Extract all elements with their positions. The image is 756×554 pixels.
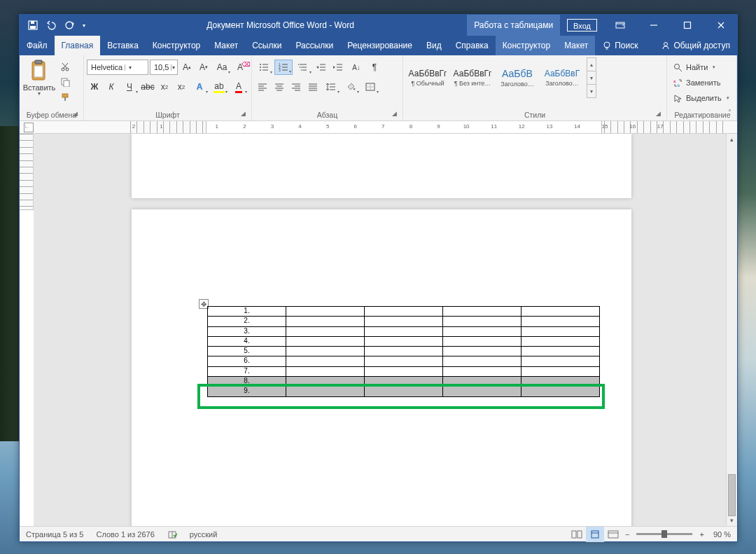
horizontal-ruler[interactable]: ∟ 211234567891011121314151617 <box>20 121 737 134</box>
table-cell[interactable] <box>365 377 443 387</box>
numbering-button[interactable]: 123▾ <box>274 60 293 75</box>
grow-font-button[interactable]: A▴ <box>179 60 195 75</box>
tab-help[interactable]: Справка <box>449 36 496 55</box>
table-row[interactable]: 8. <box>208 377 600 387</box>
bullets-button[interactable]: ▾ <box>255 60 273 75</box>
style-heading2[interactable]: АаБбВвГЗаголово… <box>540 57 584 98</box>
table-cell[interactable] <box>522 326 600 336</box>
table-row[interactable]: 2. <box>208 317 600 326</box>
align-left-button[interactable] <box>255 79 270 95</box>
shrink-font-button[interactable]: A▾ <box>196 60 211 75</box>
minimize-button[interactable] <box>638 15 670 36</box>
font-size-combo[interactable]: 10,5▾ <box>150 60 178 75</box>
table-cell[interactable] <box>443 387 522 396</box>
zoom-in-button[interactable]: + <box>696 527 706 541</box>
tab-references[interactable]: Ссылки <box>245 36 288 55</box>
format-painter-button[interactable] <box>57 91 73 104</box>
style-heading1[interactable]: АаБбВЗаголово… <box>496 57 539 98</box>
page-indicator[interactable]: Страница 5 из 5 <box>20 527 90 541</box>
table-row[interactable]: 5. <box>208 347 600 356</box>
share-button[interactable]: Общий доступ <box>654 36 737 55</box>
table-cell[interactable] <box>286 317 365 326</box>
print-layout-button[interactable] <box>586 527 604 542</box>
save-button[interactable] <box>25 18 41 33</box>
shading-button[interactable]: ▾ <box>342 79 360 95</box>
table-row[interactable]: 4. <box>208 336 600 346</box>
decrease-indent-button[interactable] <box>314 60 329 75</box>
tab-selector[interactable]: ∟ <box>24 123 34 132</box>
align-right-button[interactable] <box>288 79 304 95</box>
sort-button[interactable]: A↓ <box>347 60 365 75</box>
find-button[interactable]: Найти▾ <box>671 60 718 74</box>
table-cell[interactable] <box>286 326 365 336</box>
table-cell[interactable] <box>443 317 522 326</box>
tab-design[interactable]: Конструктор <box>146 36 207 55</box>
table-cell[interactable] <box>522 347 600 356</box>
close-button[interactable] <box>705 15 737 36</box>
table-cell[interactable] <box>286 366 365 376</box>
table-cell[interactable] <box>522 366 600 376</box>
styles-gallery[interactable]: АаБбВвГг¶ Обычный АаБбВвГг¶ Без инте… Аа… <box>406 57 596 98</box>
vertical-scrollbar[interactable]: ▴ ▾ <box>726 134 737 526</box>
paste-button[interactable]: Вставить ▼ <box>22 57 56 96</box>
tab-table-layout[interactable]: Макет <box>557 36 595 55</box>
style-normal[interactable]: АаБбВвГг¶ Обычный <box>406 57 449 98</box>
scroll-down-button[interactable]: ▾ <box>727 515 737 526</box>
scroll-thumb[interactable] <box>728 474 736 516</box>
tab-table-design[interactable]: Конструктор <box>496 36 557 55</box>
undo-button[interactable] <box>43 18 59 33</box>
tab-file[interactable]: Файл <box>20 36 55 55</box>
table-cell[interactable]: 6. <box>208 356 286 366</box>
strikethrough-button[interactable]: abc <box>140 79 155 95</box>
table-cell[interactable] <box>365 317 443 326</box>
table-cell[interactable] <box>365 356 443 366</box>
styles-dialog-launcher[interactable]: ◢ <box>656 110 664 118</box>
font-color-button[interactable]: A▾ <box>230 79 248 95</box>
table-cell[interactable] <box>522 377 600 387</box>
collapse-ribbon-button[interactable]: ˄ <box>724 109 734 118</box>
justify-button[interactable] <box>305 79 321 95</box>
sign-in-button[interactable]: Вход <box>567 19 597 32</box>
table-cell[interactable] <box>443 307 522 317</box>
clipboard-dialog-launcher[interactable]: ◢ <box>73 110 81 118</box>
word-count[interactable]: Слово 1 из 2676 <box>90 527 160 541</box>
table-row[interactable]: 3. <box>208 326 600 336</box>
vertical-ruler[interactable] <box>20 134 34 526</box>
tab-view[interactable]: Вид <box>419 36 449 55</box>
qat-customize[interactable]: ▾ <box>80 18 88 33</box>
table-row[interactable]: 9. <box>208 387 600 396</box>
superscript-button[interactable]: x2 <box>174 79 189 95</box>
increase-indent-button[interactable] <box>330 60 346 75</box>
select-button[interactable]: Выделить▾ <box>671 91 732 105</box>
text-effects-button[interactable]: A▾ <box>190 79 209 95</box>
document-table[interactable]: 1.2.3.4.5.6.7.8.9. <box>207 306 600 397</box>
table-cell[interactable]: 8. <box>208 377 286 387</box>
table-cell[interactable] <box>365 366 443 376</box>
show-marks-button[interactable]: ¶ <box>367 60 382 75</box>
styles-gallery-nav[interactable]: ▴▾▾ <box>587 57 596 98</box>
table-row[interactable]: 1. <box>208 307 600 317</box>
multilevel-list-button[interactable]: ▾ <box>294 60 312 75</box>
align-center-button[interactable] <box>272 79 287 95</box>
web-layout-button[interactable] <box>604 527 622 542</box>
table-cell[interactable] <box>365 387 443 396</box>
tab-mailings[interactable]: Рассылки <box>288 36 340 55</box>
table-cell[interactable] <box>365 336 443 346</box>
copy-button[interactable] <box>57 76 73 88</box>
paragraph-dialog-launcher[interactable]: ◢ <box>392 110 400 118</box>
zoom-level[interactable]: 90 % <box>707 527 737 541</box>
font-dialog-launcher[interactable]: ◢ <box>241 110 249 118</box>
table-cell[interactable] <box>522 356 600 366</box>
table-row[interactable]: 7. <box>208 366 600 376</box>
style-no-spacing[interactable]: АаБбВвГг¶ Без инте… <box>451 57 494 98</box>
tell-me-search[interactable]: Поиск <box>595 36 645 55</box>
redo-button[interactable] <box>62 18 77 33</box>
table-cell[interactable] <box>286 336 365 346</box>
tab-home[interactable]: Главная <box>55 36 101 55</box>
replace-button[interactable]: abЗаменить <box>671 76 722 90</box>
table-cell[interactable] <box>443 336 522 346</box>
clear-formatting-button[interactable]: A⌫ <box>232 60 248 75</box>
ribbon-display-options[interactable] <box>604 15 636 36</box>
page-current[interactable]: ✥ 1.2.3.4.5.6.7.8.9. <box>132 209 631 526</box>
line-spacing-button[interactable]: ▾ <box>322 79 340 95</box>
